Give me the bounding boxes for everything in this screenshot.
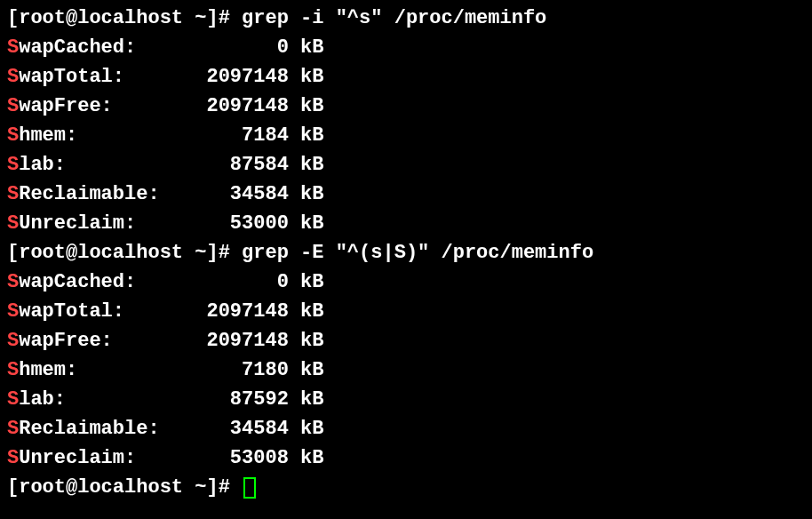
output-label: wapCached: [19,271,195,293]
match-highlight: S [7,183,19,205]
output-unit: kB [289,95,324,117]
output-value: 2097148 [195,95,289,117]
output-label: wapTotal: [19,66,195,88]
output-value: 7180 [195,359,289,381]
shell-prompt: [root@localhost ~]# [7,242,242,264]
match-highlight: S [7,154,19,176]
output-label: wapCached: [19,36,195,59]
command-text: grep -E "^(s|S)" /proc/meminfo [242,242,593,264]
output-row: SwapCached: 0 kB [7,267,805,297]
output-label: wapTotal: [19,300,195,323]
match-highlight: S [7,66,19,88]
match-highlight: S [7,359,19,381]
output-unit: kB [289,388,324,411]
command-text: grep -i "^s" /proc/meminfo [242,7,546,29]
output-unit: kB [289,154,324,176]
output-unit: kB [289,300,324,323]
output-unit: kB [289,418,324,440]
output-label: lab: [19,154,195,176]
match-highlight: S [7,447,19,469]
output-row: SwapTotal: 2097148 kB [7,297,805,326]
output-value: 53008 [195,447,289,469]
output-row: SwapFree: 2097148 kB [7,326,805,355]
terminal-output: [root@localhost ~]# grep -i "^s" /proc/m… [7,4,805,502]
match-highlight: S [7,330,19,352]
output-label: wapFree: [19,330,195,352]
output-unit: kB [289,36,324,59]
output-row: SReclaimable: 34584 kB [7,414,805,443]
shell-prompt: [root@localhost ~]# [7,476,242,499]
output-label: Reclaimable: [19,418,195,440]
match-highlight: S [7,212,19,235]
output-label: hmem: [19,359,195,381]
output-value: 2097148 [195,66,289,88]
prompt-line: [root@localhost ~]# grep -E "^(s|S)" /pr… [7,238,805,267]
output-row: SUnreclaim: 53000 kB [7,209,805,238]
output-label: Reclaimable: [19,183,195,205]
output-label: hmem: [19,124,195,147]
prompt-line[interactable]: [root@localhost ~]# [7,473,805,502]
match-highlight: S [7,36,19,59]
output-unit: kB [289,271,324,293]
output-value: 0 [195,271,289,293]
cursor[interactable] [243,477,256,499]
output-row: SwapTotal: 2097148 kB [7,62,805,92]
output-row: SUnreclaim: 53008 kB [7,443,805,473]
output-row: SReclaimable: 34584 kB [7,180,805,209]
output-unit: kB [289,183,324,205]
output-value: 87584 [195,154,289,176]
output-row: SwapFree: 2097148 kB [7,92,805,121]
output-label: Unreclaim: [19,212,195,235]
match-highlight: S [7,124,19,147]
output-value: 7184 [195,124,289,147]
output-label: lab: [19,388,195,411]
output-value: 2097148 [195,300,289,323]
output-row: Slab: 87584 kB [7,150,805,180]
output-value: 34584 [195,183,289,205]
output-value: 2097148 [195,330,289,352]
match-highlight: S [7,418,19,440]
output-value: 34584 [195,418,289,440]
output-row: Shmem: 7184 kB [7,121,805,150]
output-row: SwapCached: 0 kB [7,33,805,62]
match-highlight: S [7,388,19,411]
match-highlight: S [7,271,19,293]
match-highlight: S [7,300,19,323]
output-value: 53000 [195,212,289,235]
prompt-line: [root@localhost ~]# grep -i "^s" /proc/m… [7,4,805,33]
output-unit: kB [289,66,324,88]
output-label: Unreclaim: [19,447,195,469]
shell-prompt: [root@localhost ~]# [7,7,242,29]
output-value: 0 [195,36,289,59]
output-unit: kB [289,359,324,381]
output-row: Slab: 87592 kB [7,385,805,414]
output-unit: kB [289,330,324,352]
output-unit: kB [289,447,324,469]
output-unit: kB [289,124,324,147]
output-unit: kB [289,212,324,235]
output-label: wapFree: [19,95,195,117]
output-value: 87592 [195,388,289,411]
output-row: Shmem: 7180 kB [7,355,805,385]
match-highlight: S [7,95,19,117]
